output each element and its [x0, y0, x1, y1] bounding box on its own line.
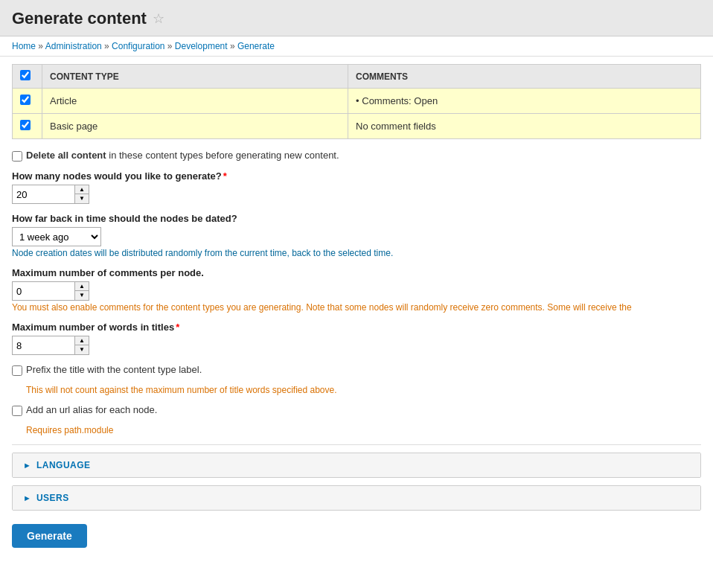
language-section-label: LANGUAGE	[36, 460, 91, 470]
max-title-words-label: Maximum number of words in titles*	[12, 322, 701, 333]
page-header: Generate content ☆	[0, 0, 713, 36]
max-title-words-section: Maximum number of words in titles* ▲ ▼	[12, 322, 701, 355]
delete-content-section: Delete all content in these content type…	[12, 150, 701, 162]
nodes-count-up[interactable]: ▲	[75, 185, 89, 194]
max-comments-down[interactable]: ▼	[75, 291, 89, 300]
users-section: ► USERS	[12, 485, 701, 511]
col-header-comments: COMMENTS	[348, 65, 701, 89]
users-section-label: USERS	[36, 493, 69, 503]
url-alias-checkbox[interactable]	[12, 406, 22, 416]
max-comments-spinner: ▲ ▼	[75, 281, 89, 301]
divider-1	[12, 444, 701, 445]
time-back-select[interactable]: 1 week ago 2 weeks ago 1 month ago 3 mon…	[12, 227, 101, 246]
max-title-words-spinner: ▲ ▼	[75, 336, 89, 355]
row-checkbox-cell	[13, 89, 42, 114]
delete-content-label: Delete all content in these content type…	[26, 150, 339, 161]
nodes-count-input[interactable]	[12, 185, 75, 204]
users-arrow-icon: ►	[23, 493, 31, 502]
col-header-content-type: CONTENT TYPE	[42, 65, 348, 89]
nodes-count-down[interactable]: ▼	[75, 194, 89, 203]
nodes-count-input-wrapper: ▲ ▼	[12, 185, 701, 204]
generate-button[interactable]: Generate	[12, 524, 87, 548]
nodes-count-spinner: ▲ ▼	[75, 185, 89, 204]
prefix-label: Prefix the title with the content type l…	[26, 364, 202, 375]
star-icon[interactable]: ☆	[153, 10, 164, 27]
nodes-count-label: How many nodes would you like to generat…	[12, 170, 701, 182]
url-alias-hint: Requires path.module	[26, 425, 701, 435]
row-checkbox-cell	[13, 114, 42, 139]
breadcrumb-development[interactable]: Development	[175, 41, 228, 51]
max-comments-hint: You must also enable comments for the co…	[12, 302, 701, 313]
time-back-section: How far back in time should the nodes be…	[12, 213, 701, 258]
prefix-hint: This will not count against the maximum …	[26, 385, 701, 395]
url-alias-section: Add an url alias for each node. Requires…	[12, 404, 701, 435]
max-comments-up[interactable]: ▲	[75, 282, 89, 291]
breadcrumb-generate[interactable]: Generate	[237, 41, 275, 51]
max-title-words-input-wrapper: ▲ ▼	[12, 336, 701, 355]
breadcrumb-configuration[interactable]: Configuration	[112, 41, 164, 51]
basic-page-content-type: Basic page	[42, 114, 348, 139]
basic-page-comments: No comment fields	[348, 114, 701, 139]
content-type-table: CONTENT TYPE COMMENTS Article • Comments…	[12, 64, 701, 139]
select-all-checkbox[interactable]	[20, 70, 31, 80]
prefix-checkbox-wrapper: Prefix the title with the content type l…	[12, 364, 701, 376]
delete-content-bold: Delete all content	[26, 150, 106, 161]
table-row: Basic page No comment fields	[13, 114, 701, 139]
article-content-type: Article	[42, 89, 348, 114]
prefix-section: Prefix the title with the content type l…	[12, 364, 701, 395]
nodes-count-section: How many nodes would you like to generat…	[12, 170, 701, 204]
max-comments-input[interactable]	[12, 281, 75, 301]
article-comments: • Comments: Open	[348, 89, 701, 114]
language-arrow-icon: ►	[23, 461, 31, 470]
time-back-label: How far back in time should the nodes be…	[12, 213, 701, 224]
basic-page-checkbox[interactable]	[20, 120, 31, 130]
max-title-words-input[interactable]	[12, 336, 75, 355]
delete-content-checkbox[interactable]	[12, 151, 22, 162]
language-section-header[interactable]: ► LANGUAGE	[13, 453, 700, 477]
col-header-checkbox	[13, 65, 42, 89]
url-alias-label: Add an url alias for each node.	[26, 404, 157, 415]
delete-content-rest: in these content types before generating…	[109, 150, 339, 161]
breadcrumb: Home » Administration » Configuration » …	[0, 36, 713, 57]
max-comments-section: Maximum number of comments per node. ▲ ▼…	[12, 267, 701, 313]
users-section-header[interactable]: ► USERS	[13, 486, 700, 510]
table-row: Article • Comments: Open	[13, 89, 701, 114]
max-title-words-down[interactable]: ▼	[75, 345, 89, 354]
prefix-checkbox[interactable]	[12, 365, 22, 376]
main-content: CONTENT TYPE COMMENTS Article • Comments…	[0, 57, 713, 561]
page-title: Generate content	[12, 9, 147, 28]
max-comments-input-wrapper: ▲ ▼	[12, 281, 701, 301]
breadcrumb-administration[interactable]: Administration	[45, 41, 102, 51]
article-checkbox[interactable]	[20, 95, 31, 105]
max-comments-label: Maximum number of comments per node.	[12, 267, 701, 278]
breadcrumb-home[interactable]: Home	[12, 41, 36, 51]
language-section: ► LANGUAGE	[12, 453, 701, 478]
time-back-hint: Node creation dates will be distributed …	[12, 248, 701, 258]
url-alias-checkbox-wrapper: Add an url alias for each node.	[12, 404, 701, 416]
max-title-words-up[interactable]: ▲	[75, 336, 89, 345]
